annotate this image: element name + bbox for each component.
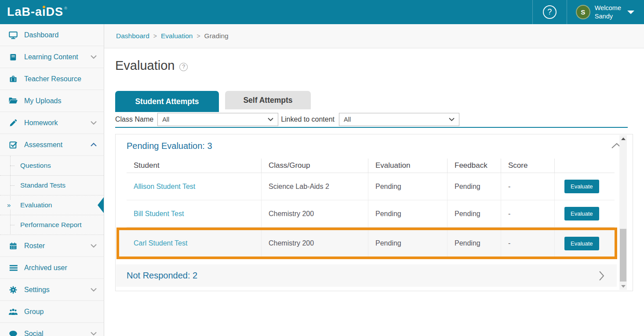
evaluation-results-panel: Pending Evaluation: 3 Student Class/Grou… <box>115 134 633 291</box>
table-header-row: Student Class/Group Evaluation Feedback … <box>127 159 615 173</box>
class-name-select[interactable]: All <box>157 113 278 126</box>
user-menu[interactable]: S Welcome Sandy <box>567 0 644 24</box>
logo-text-pre: LaB-a <box>7 5 42 19</box>
pencil-icon <box>8 119 18 127</box>
col-header-score: Score <box>501 159 554 173</box>
assessment-submenu: Questions Standard Tests » Evaluation Pe… <box>0 156 104 235</box>
chevron-down-icon <box>91 244 97 248</box>
page-help-icon[interactable]: ? <box>179 63 188 71</box>
table-row: Bill Student Test Chemistry 200 Pending … <box>127 200 615 228</box>
col-header-feedback: Feedback <box>447 159 501 173</box>
top-header-bar: LaB-aıDS ® ? S Welcome Sandy <box>0 0 644 24</box>
sidebar-item-group[interactable]: Group <box>0 301 104 323</box>
welcome-text: Welcome Sandy <box>595 4 621 21</box>
filter-row: Class Name All Linked to content All <box>115 112 644 127</box>
sidebar-item-settings[interactable]: Settings <box>0 279 104 301</box>
col-header-action <box>554 159 615 173</box>
tab-self-attempts[interactable]: Self Attempts <box>225 91 311 109</box>
breadcrumb-dashboard[interactable]: Dashboard <box>116 32 149 40</box>
sidebar-item-questions[interactable]: Questions <box>0 156 104 176</box>
sidebar-item-learning-content[interactable]: Learning Content <box>0 46 104 68</box>
breadcrumb-separator: > <box>153 33 157 40</box>
pending-evaluation-title: Pending Evaluation: 3 <box>127 141 212 151</box>
chevron-down-icon <box>91 332 97 336</box>
scrollbar-thumb[interactable] <box>620 229 626 282</box>
logo-orange-dot <box>43 6 45 8</box>
active-item-marker: » <box>7 200 11 210</box>
student-link[interactable]: Carl Student Test <box>127 230 261 257</box>
app-window: LaB-aıDS ® ? S Welcome Sandy <box>0 0 644 336</box>
chevron-down-icon <box>91 55 97 59</box>
expand-chevron-right-icon[interactable] <box>599 271 604 281</box>
col-header-student: Student <box>127 159 261 173</box>
sidebar-item-dashboard[interactable]: Dashboard <box>0 24 104 46</box>
briefcase-icon <box>8 75 18 83</box>
book-icon <box>8 53 18 61</box>
breadcrumb: Dashboard > Evaluation > Grading <box>104 24 644 48</box>
chevron-down-icon <box>268 118 273 121</box>
chevron-down-icon <box>91 288 97 292</box>
chevron-down-icon <box>91 121 97 125</box>
attempts-tabs: Student Attempts Self Attempts <box>115 91 644 112</box>
sidebar-item-teacher-resource[interactable]: Teacher Resource <box>0 68 104 90</box>
logo-trademark: ® <box>64 6 68 11</box>
col-header-class-group: Class/Group <box>261 159 368 173</box>
help-button[interactable]: ? <box>533 0 567 24</box>
people-icon <box>8 308 18 316</box>
student-link[interactable]: Bill Student Test <box>127 200 261 227</box>
folder-icon <box>8 97 18 105</box>
sidebar-item-social[interactable]: Social <box>0 323 104 336</box>
class-name-label: Class Name <box>115 116 153 123</box>
logo-text-post: DS <box>46 5 64 19</box>
lab-aids-logo[interactable]: LaB-aıDS ® <box>7 5 68 19</box>
tab-underline <box>115 127 628 128</box>
scrollbar-down-arrow[interactable] <box>619 283 627 290</box>
student-link[interactable]: Allison Student Test <box>127 173 261 200</box>
sidebar-item-standard-tests[interactable]: Standard Tests <box>0 176 104 195</box>
gear-icon <box>8 285 18 294</box>
highlighted-row-outline: Carl Student Test Chemistry 200 Pending … <box>116 228 617 259</box>
table-row: Allison Student Test Science Lab-Aids 2 … <box>127 173 615 200</box>
list-icon <box>8 264 18 272</box>
evaluate-button[interactable]: Evaluate <box>564 180 599 193</box>
tab-student-attempts[interactable]: Student Attempts <box>115 91 219 112</box>
col-header-evaluation: Evaluation <box>368 159 447 173</box>
breadcrumb-evaluation[interactable]: Evaluation <box>161 32 193 40</box>
calendar-icon <box>8 242 18 250</box>
not-responded-title: Not Responded: 2 <box>127 271 197 281</box>
scrollbar-up-arrow[interactable] <box>619 135 627 142</box>
sidebar-item-homework[interactable]: Homework <box>0 112 104 134</box>
sidebar-item-performance-report[interactable]: Performance Report <box>0 215 104 235</box>
pending-evaluation-section-header[interactable]: Pending Evaluation: 3 <box>127 138 615 153</box>
avatar: S <box>576 5 590 19</box>
sidebar-item-evaluation[interactable]: » Evaluation <box>0 195 104 215</box>
evaluate-button[interactable]: Evaluate <box>564 237 599 250</box>
user-menu-caret-icon <box>627 11 634 14</box>
linked-to-content-label: Linked to content <box>281 116 335 123</box>
vertical-scrollbar[interactable] <box>619 135 627 290</box>
sidebar-item-roster[interactable]: Roster <box>0 235 104 257</box>
chat-icon <box>8 329 18 336</box>
sidebar-item-archived-user[interactable]: Archived user <box>0 257 104 279</box>
chevron-up-icon <box>91 143 97 147</box>
not-responded-section-header[interactable]: Not Responded: 2 <box>116 264 617 287</box>
checkbox-icon <box>8 141 18 149</box>
page-title: Evaluation <box>115 58 175 73</box>
table-row-highlighted: Carl Student Test Chemistry 200 Pending … <box>127 230 615 257</box>
sidebar-nav: Dashboard Learning Content Teacher Resou… <box>0 24 104 336</box>
evaluate-button[interactable]: Evaluate <box>564 207 599 220</box>
chevron-down-icon <box>449 118 455 121</box>
breadcrumb-separator: > <box>196 33 200 40</box>
sidebar-item-my-uploads[interactable]: My Uploads <box>0 90 104 112</box>
help-icon: ? <box>543 5 557 19</box>
sidebar-item-assessment[interactable]: Assessment <box>0 134 104 156</box>
linked-to-content-select[interactable]: All <box>339 113 459 126</box>
breadcrumb-grading: Grading <box>204 32 229 40</box>
monitor-icon <box>8 30 18 40</box>
logo-letter-i: ı <box>42 5 46 19</box>
